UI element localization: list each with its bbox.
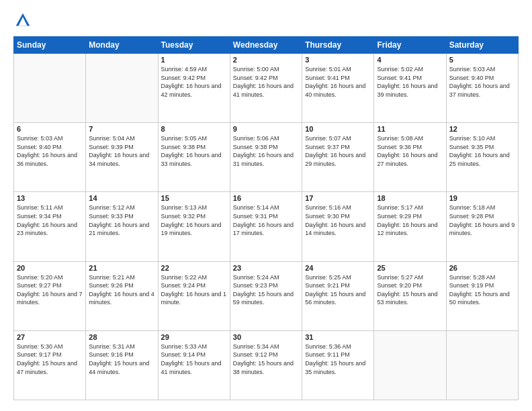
day-info: Sunrise: 5:02 AM Sunset: 9:41 PM Dayligh…	[377, 65, 443, 99]
day-info: Sunrise: 5:34 AM Sunset: 9:12 PM Dayligh…	[233, 342, 299, 376]
calendar-week-row: 6Sunrise: 5:03 AM Sunset: 9:40 PM Daylig…	[14, 123, 519, 192]
calendar-week-row: 27Sunrise: 5:30 AM Sunset: 9:17 PM Dayli…	[14, 330, 519, 400]
calendar-cell: 1Sunrise: 4:59 AM Sunset: 9:42 PM Daylig…	[158, 54, 230, 123]
calendar-cell: 23Sunrise: 5:24 AM Sunset: 9:23 PM Dayli…	[230, 261, 302, 330]
calendar-cell: 4Sunrise: 5:02 AM Sunset: 9:41 PM Daylig…	[374, 54, 446, 123]
calendar-cell: 13Sunrise: 5:11 AM Sunset: 9:34 PM Dayli…	[14, 192, 86, 261]
calendar-cell: 16Sunrise: 5:14 AM Sunset: 9:31 PM Dayli…	[230, 192, 302, 261]
calendar-cell: 29Sunrise: 5:33 AM Sunset: 9:14 PM Dayli…	[158, 330, 230, 400]
day-number: 28	[89, 333, 154, 341]
day-info: Sunrise: 5:24 AM Sunset: 9:23 PM Dayligh…	[233, 273, 299, 307]
day-number: 8	[161, 125, 227, 133]
weekday-header-row: SundayMondayTuesdayWednesdayThursdayFrid…	[14, 37, 519, 54]
day-number: 21	[89, 264, 154, 272]
calendar-cell: 3Sunrise: 5:01 AM Sunset: 9:41 PM Daylig…	[302, 54, 374, 123]
day-info: Sunrise: 5:36 AM Sunset: 9:11 PM Dayligh…	[305, 342, 371, 376]
calendar-cell: 10Sunrise: 5:07 AM Sunset: 9:37 PM Dayli…	[302, 123, 374, 192]
day-number: 10	[305, 125, 371, 133]
calendar-cell: 30Sunrise: 5:34 AM Sunset: 9:12 PM Dayli…	[230, 330, 302, 400]
day-number: 16	[233, 194, 299, 202]
day-info: Sunrise: 5:04 AM Sunset: 9:39 PM Dayligh…	[89, 134, 154, 168]
day-info: Sunrise: 5:22 AM Sunset: 9:24 PM Dayligh…	[161, 273, 227, 307]
calendar-cell	[446, 330, 518, 400]
day-info: Sunrise: 5:03 AM Sunset: 9:40 PM Dayligh…	[17, 134, 83, 168]
day-info: Sunrise: 5:21 AM Sunset: 9:26 PM Dayligh…	[89, 273, 154, 307]
day-number: 26	[449, 264, 515, 272]
day-number: 29	[161, 333, 227, 341]
calendar-cell: 25Sunrise: 5:27 AM Sunset: 9:20 PM Dayli…	[374, 261, 446, 330]
day-number: 23	[233, 264, 299, 272]
day-number: 13	[17, 194, 83, 202]
calendar-cell: 21Sunrise: 5:21 AM Sunset: 9:26 PM Dayli…	[86, 261, 158, 330]
calendar-cell: 6Sunrise: 5:03 AM Sunset: 9:40 PM Daylig…	[14, 123, 86, 192]
day-info: Sunrise: 5:18 AM Sunset: 9:28 PM Dayligh…	[449, 203, 515, 237]
calendar-cell: 8Sunrise: 5:05 AM Sunset: 9:38 PM Daylig…	[158, 123, 230, 192]
day-info: Sunrise: 5:12 AM Sunset: 9:33 PM Dayligh…	[89, 203, 154, 237]
calendar-cell: 5Sunrise: 5:03 AM Sunset: 9:40 PM Daylig…	[446, 54, 518, 123]
day-number: 14	[89, 194, 154, 202]
day-info: Sunrise: 5:31 AM Sunset: 9:16 PM Dayligh…	[89, 342, 154, 376]
day-info: Sunrise: 5:20 AM Sunset: 9:27 PM Dayligh…	[17, 273, 83, 307]
page: SundayMondayTuesdayWednesdayThursdayFrid…	[0, 0, 532, 411]
day-info: Sunrise: 5:13 AM Sunset: 9:32 PM Dayligh…	[161, 203, 227, 237]
day-number: 17	[305, 194, 371, 202]
logo	[13, 11, 35, 30]
calendar-cell: 26Sunrise: 5:28 AM Sunset: 9:19 PM Dayli…	[446, 261, 518, 330]
weekday-header-thursday: Thursday	[302, 37, 374, 54]
calendar-week-row: 13Sunrise: 5:11 AM Sunset: 9:34 PM Dayli…	[14, 192, 519, 261]
day-number: 5	[449, 56, 515, 64]
day-number: 12	[449, 125, 515, 133]
day-number: 1	[161, 56, 227, 64]
day-number: 3	[305, 56, 371, 64]
day-number: 30	[233, 333, 299, 341]
day-info: Sunrise: 5:16 AM Sunset: 9:30 PM Dayligh…	[305, 203, 371, 237]
day-info: Sunrise: 5:07 AM Sunset: 9:37 PM Dayligh…	[305, 134, 371, 168]
calendar-cell: 14Sunrise: 5:12 AM Sunset: 9:33 PM Dayli…	[86, 192, 158, 261]
day-info: Sunrise: 5:11 AM Sunset: 9:34 PM Dayligh…	[17, 203, 83, 237]
calendar-cell: 2Sunrise: 5:00 AM Sunset: 9:42 PM Daylig…	[230, 54, 302, 123]
day-number: 19	[449, 194, 515, 202]
weekday-header-wednesday: Wednesday	[230, 37, 302, 54]
day-number: 22	[161, 264, 227, 272]
calendar-cell: 11Sunrise: 5:08 AM Sunset: 9:36 PM Dayli…	[374, 123, 446, 192]
calendar-cell	[86, 54, 158, 123]
day-number: 24	[305, 264, 371, 272]
calendar-cell: 20Sunrise: 5:20 AM Sunset: 9:27 PM Dayli…	[14, 261, 86, 330]
calendar-cell: 18Sunrise: 5:17 AM Sunset: 9:29 PM Dayli…	[374, 192, 446, 261]
calendar-cell: 22Sunrise: 5:22 AM Sunset: 9:24 PM Dayli…	[158, 261, 230, 330]
calendar-cell: 28Sunrise: 5:31 AM Sunset: 9:16 PM Dayli…	[86, 330, 158, 400]
day-info: Sunrise: 5:10 AM Sunset: 9:35 PM Dayligh…	[449, 134, 515, 168]
calendar-cell: 19Sunrise: 5:18 AM Sunset: 9:28 PM Dayli…	[446, 192, 518, 261]
day-info: Sunrise: 5:27 AM Sunset: 9:20 PM Dayligh…	[377, 273, 443, 307]
day-number: 9	[233, 125, 299, 133]
day-info: Sunrise: 5:25 AM Sunset: 9:21 PM Dayligh…	[305, 273, 371, 307]
day-info: Sunrise: 5:03 AM Sunset: 9:40 PM Dayligh…	[449, 65, 515, 99]
day-info: Sunrise: 5:33 AM Sunset: 9:14 PM Dayligh…	[161, 342, 227, 376]
calendar-cell: 24Sunrise: 5:25 AM Sunset: 9:21 PM Dayli…	[302, 261, 374, 330]
day-info: Sunrise: 5:14 AM Sunset: 9:31 PM Dayligh…	[233, 203, 299, 237]
day-number: 11	[377, 125, 443, 133]
day-info: Sunrise: 5:08 AM Sunset: 9:36 PM Dayligh…	[377, 134, 443, 168]
calendar-cell	[374, 330, 446, 400]
logo-icon	[13, 11, 32, 30]
weekday-header-saturday: Saturday	[446, 37, 518, 54]
day-info: Sunrise: 5:28 AM Sunset: 9:19 PM Dayligh…	[449, 273, 515, 307]
day-number: 25	[377, 264, 443, 272]
day-info: Sunrise: 4:59 AM Sunset: 9:42 PM Dayligh…	[161, 65, 227, 99]
weekday-header-sunday: Sunday	[14, 37, 86, 54]
calendar-cell: 31Sunrise: 5:36 AM Sunset: 9:11 PM Dayli…	[302, 330, 374, 400]
calendar-cell: 12Sunrise: 5:10 AM Sunset: 9:35 PM Dayli…	[446, 123, 518, 192]
day-number: 15	[161, 194, 227, 202]
weekday-header-tuesday: Tuesday	[158, 37, 230, 54]
day-number: 18	[377, 194, 443, 202]
calendar-cell: 9Sunrise: 5:06 AM Sunset: 9:38 PM Daylig…	[230, 123, 302, 192]
calendar-cell: 15Sunrise: 5:13 AM Sunset: 9:32 PM Dayli…	[158, 192, 230, 261]
calendar-week-row: 20Sunrise: 5:20 AM Sunset: 9:27 PM Dayli…	[14, 261, 519, 330]
day-info: Sunrise: 5:06 AM Sunset: 9:38 PM Dayligh…	[233, 134, 299, 168]
day-number: 20	[17, 264, 83, 272]
day-info: Sunrise: 5:00 AM Sunset: 9:42 PM Dayligh…	[233, 65, 299, 99]
day-number: 27	[17, 333, 83, 341]
calendar-cell: 27Sunrise: 5:30 AM Sunset: 9:17 PM Dayli…	[14, 330, 86, 400]
day-info: Sunrise: 5:01 AM Sunset: 9:41 PM Dayligh…	[305, 65, 371, 99]
calendar-cell	[14, 54, 86, 123]
